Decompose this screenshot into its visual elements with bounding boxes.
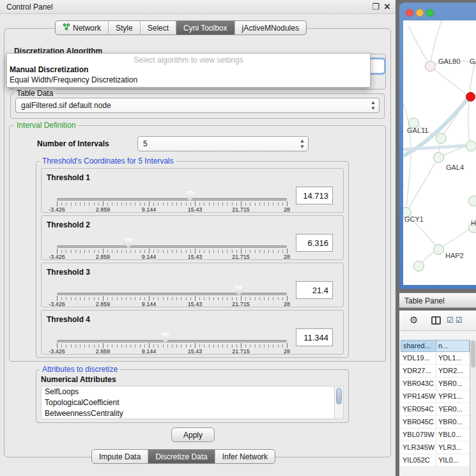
float-window-icon[interactable]: ❐ xyxy=(371,2,381,12)
tab-cyni-toolbox[interactable]: Cyni Toolbox xyxy=(176,21,234,35)
threshold-3-value-field[interactable]: 21.4 xyxy=(296,281,333,299)
application-window: Control Panel ❐ ✕ Network Style Select C… xyxy=(0,0,476,476)
tick-label: -3.426 xyxy=(49,254,65,260)
threshold-4-label: Threshold 4 xyxy=(47,315,90,324)
network-node-gal4[interactable] xyxy=(433,152,444,163)
threshold-4-slider[interactable]: -3.426 2.859 9.144 15.43 21.715 28 xyxy=(57,331,287,355)
slider-major-ticks xyxy=(57,249,288,254)
threshold-3-label: Threshold 3 xyxy=(47,268,90,277)
tick-label: 15.43 xyxy=(188,206,203,213)
cell: YIL0... xyxy=(436,454,470,466)
node-label-gcy1: GCY1 xyxy=(404,215,424,223)
top-tab-bar: Network Style Select Cyni Toolbox jActiv… xyxy=(55,20,307,35)
network-node[interactable] xyxy=(436,133,447,144)
tab-network[interactable]: Network xyxy=(56,21,108,35)
network-canvas[interactable]: GAL80 GA GAL11 GAL4 GCY1 HAP2 H xyxy=(403,20,476,285)
table-row[interactable]: YBR043CYBR0... xyxy=(401,378,470,390)
attributes-scrollbar[interactable] xyxy=(334,387,343,418)
threshold-2-label: Threshold 2 xyxy=(47,220,90,229)
apply-button[interactable]: Apply xyxy=(171,427,215,442)
number-of-intervals-label: Number of Intervals xyxy=(37,139,109,148)
threshold-4-row: Threshold 4 -3.426 2.859 9.144 15.43 21.… xyxy=(41,310,344,355)
tab-select-label: Select xyxy=(148,24,169,33)
tab-style[interactable]: Style xyxy=(108,21,140,35)
network-node-hap2[interactable] xyxy=(433,244,444,255)
table-data-combo[interactable]: galFiltered.sif default node ▲▼ xyxy=(15,98,380,113)
table-row[interactable]: YPR145WYPR1... xyxy=(401,390,470,403)
number-of-intervals-combo[interactable]: 5 ▲▼ xyxy=(137,136,309,151)
tick-label: -3.426 xyxy=(49,348,65,355)
control-panel: Control Panel ❐ ✕ Network Style Select C… xyxy=(0,0,395,476)
close-traffic-light[interactable] xyxy=(406,9,413,17)
network-node-gal80[interactable] xyxy=(425,61,436,72)
table-row[interactable]: YIL052CYIL0... xyxy=(401,454,470,467)
table-row[interactable]: YBR045CYBR0... xyxy=(401,416,470,429)
tab-select[interactable]: Select xyxy=(140,21,176,35)
tick-label: 2.859 xyxy=(96,348,111,355)
control-panel-titlebar: Control Panel ❐ ✕ xyxy=(0,0,395,14)
column-header-shared-name[interactable]: shared... xyxy=(401,340,436,352)
threshold-3-slider[interactable]: -3.426 2.859 9.144 15.43 21.715 28 xyxy=(57,284,287,308)
table-row[interactable]: YDR27...YDR2... xyxy=(401,365,470,378)
threshold-1-value-field[interactable]: 14.713 xyxy=(296,187,333,204)
slider-major-ticks xyxy=(57,201,288,206)
tab-discretize-data[interactable]: Discretize Data xyxy=(148,450,214,463)
threshold-1-slider[interactable]: -3.426 2.859 9.144 15.43 21.715 28 xyxy=(57,189,287,213)
table-scrollbar[interactable] xyxy=(470,340,476,476)
scrollbar-thumb[interactable] xyxy=(471,341,475,367)
network-node[interactable] xyxy=(468,196,476,206)
tab-impute-data[interactable]: Impute Data xyxy=(92,450,148,463)
algorithm-dropdown-popup: Select algorithm to view settings Manual… xyxy=(6,53,371,88)
numerical-attributes-list[interactable]: SelfLoops TopologicalCoefficient Between… xyxy=(41,386,344,419)
scrollbar-thumb[interactable] xyxy=(336,388,342,404)
table-row[interactable]: YBL079WYBL0... xyxy=(401,429,470,441)
node-label-ga-cut: GA xyxy=(470,58,476,65)
attribute-item-betweennesscentrality[interactable]: BetweennessCentrality xyxy=(42,408,343,419)
slider-track[interactable] xyxy=(57,245,287,248)
algorithm-option-equal-width[interactable]: Equal Width/Frequency Discretization xyxy=(7,75,370,85)
table-panel-title: Table Panel xyxy=(404,296,445,305)
checkbox-icon[interactable]: ☑ xyxy=(456,316,463,325)
network-node[interactable] xyxy=(466,141,476,151)
network-icon xyxy=(63,23,70,33)
algorithm-option-manual[interactable]: Manual Discretization xyxy=(7,65,370,75)
cell: YIL052C xyxy=(401,454,436,466)
table-row[interactable]: YER054CYER0... xyxy=(401,403,470,416)
minimize-traffic-light[interactable] xyxy=(416,9,424,17)
threshold-3-row: Threshold 3 -3.426 2.859 9.144 15.43 21.… xyxy=(41,263,344,307)
threshold-2-slider[interactable]: -3.426 2.859 9.144 15.43 21.715 28 xyxy=(57,236,287,261)
column-header-name[interactable]: n... xyxy=(436,340,470,352)
slider-track[interactable] xyxy=(57,340,287,342)
slider-track[interactable] xyxy=(57,293,287,295)
columns-icon[interactable] xyxy=(431,316,441,325)
cell: YBR045C xyxy=(401,416,436,428)
tick-label: 2.859 xyxy=(96,301,111,307)
table-row[interactable]: YDL19...YDL1... xyxy=(401,352,470,365)
attribute-item-selfloops[interactable]: SelfLoops xyxy=(42,387,343,397)
node-label-h-cut: H xyxy=(471,219,476,227)
cell: YER054C xyxy=(401,403,436,415)
table-row[interactable]: YLR345WYLR3... xyxy=(401,441,470,454)
tab-jactivemnodules[interactable]: jActiveMNodules xyxy=(234,21,306,35)
cell: YLR345W xyxy=(401,441,436,454)
checkbox-icon[interactable]: ☑ xyxy=(447,316,454,325)
tab-infer-network[interactable]: Infer Network xyxy=(215,450,275,463)
gear-icon[interactable]: ⚙ xyxy=(410,314,418,326)
cell: YLR3... xyxy=(436,441,470,454)
attribute-item-topologicalcoefficient[interactable]: TopologicalCoefficient xyxy=(42,397,343,408)
tab-infer-network-label: Infer Network xyxy=(222,452,268,461)
tick-label: 15.43 xyxy=(188,348,203,355)
network-node-selected-red[interactable] xyxy=(466,92,475,102)
threshold-4-value-field[interactable]: 11.344 xyxy=(296,328,333,346)
table-toolbar: ⚙ ☑ ☑ xyxy=(399,311,476,331)
zoom-traffic-light[interactable] xyxy=(426,9,434,17)
close-window-icon[interactable]: ✕ xyxy=(382,2,392,12)
threshold-2-value-field[interactable]: 6.316 xyxy=(296,234,333,252)
algorithm-placeholder-option[interactable]: Select algorithm to view settings xyxy=(7,54,370,65)
cell: YDR27... xyxy=(401,365,436,377)
network-node[interactable] xyxy=(413,261,424,272)
table-data-group-title: Table Data xyxy=(14,89,56,98)
attributes-group-title: Attributes to discretize xyxy=(40,365,120,374)
slider-track[interactable] xyxy=(57,198,287,201)
cell: YDR2... xyxy=(436,365,470,377)
